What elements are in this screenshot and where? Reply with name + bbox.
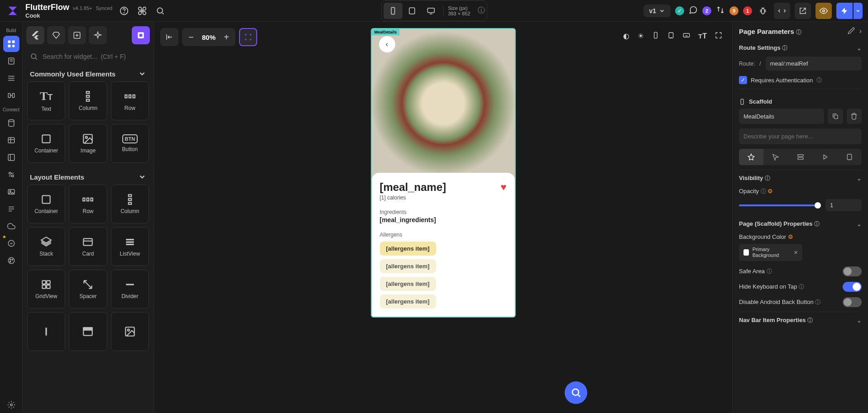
run-dropdown[interactable] — [854, 3, 863, 19]
device-save-icon[interactable] — [667, 32, 675, 41]
route-settings-header[interactable]: Route Settings ⓘ ⌄ — [739, 44, 862, 52]
resize-icon[interactable] — [715, 32, 722, 41]
keyboard-icon[interactable] — [683, 32, 690, 41]
heart-icon[interactable]: ♥ — [500, 181, 506, 193]
scaffold-name-input[interactable] — [739, 109, 824, 124]
warnings-badge[interactable]: 9 — [729, 6, 739, 15]
opacity-slider[interactable] — [739, 204, 821, 206]
layout-elements-header[interactable]: Layout Elements — [23, 167, 153, 185]
chat-icon[interactable] — [689, 5, 698, 16]
database-tab-icon[interactable] — [3, 115, 19, 131]
widgets-tab-icon[interactable] — [3, 36, 19, 52]
search-icon[interactable] — [154, 5, 167, 17]
text-size-icon[interactable]: ᴛT — [698, 32, 707, 41]
device-desktop-button[interactable] — [421, 3, 440, 19]
animations-tab[interactable] — [813, 149, 837, 165]
design-tab[interactable] — [739, 149, 763, 165]
color-value-chip[interactable]: Primary Background ✕ — [739, 244, 802, 261]
media-tab-icon[interactable] — [3, 184, 19, 200]
info-icon[interactable]: ⓘ — [796, 29, 801, 35]
visibility-header[interactable]: Visibility ⓘ ⌄ — [739, 175, 862, 182]
zoom-in-button[interactable]: + — [219, 30, 234, 44]
delete-button[interactable] — [847, 109, 862, 124]
back-button[interactable]: ‹ — [379, 36, 395, 52]
collapse-panel-button[interactable] — [160, 28, 178, 46]
storyboard-tab-icon[interactable] — [3, 87, 19, 104]
version-dropdown[interactable]: v1 — [643, 5, 671, 17]
cloud-functions-tab-icon[interactable] — [3, 218, 19, 234]
help-fab[interactable] — [565, 381, 587, 404]
size-info-icon[interactable]: ⓘ — [478, 6, 485, 15]
logo[interactable] — [5, 4, 20, 18]
widget-more-2[interactable] — [69, 312, 107, 351]
docs-tab[interactable] — [837, 149, 862, 165]
widget-card[interactable]: Card — [69, 227, 107, 266]
api-tab-icon[interactable] — [3, 166, 19, 183]
description-input[interactable] — [739, 128, 862, 144]
tests-tab-icon[interactable]: ★ — [3, 235, 19, 252]
nav-bar-properties-header[interactable]: Nav Bar Item Properties ⓘ ⌄ — [739, 317, 862, 324]
datatypes-tab-icon[interactable] — [3, 132, 19, 148]
preview-button[interactable] — [815, 3, 832, 19]
widget-column-layout[interactable]: Column — [111, 185, 149, 223]
command-icon[interactable] — [136, 5, 149, 17]
chevron-right-icon[interactable]: › — [859, 27, 862, 36]
widget-button[interactable]: BTNButton — [111, 124, 149, 163]
add-tab-button[interactable] — [68, 26, 86, 44]
check-status-icon[interactable]: ✓ — [675, 6, 684, 15]
widget-container-layout[interactable]: Container — [27, 185, 65, 223]
device-phone-button[interactable] — [383, 3, 402, 19]
widget-search-input[interactable] — [43, 53, 146, 60]
widget-image[interactable]: Image — [69, 124, 107, 163]
device-phone-icon[interactable] — [652, 32, 659, 41]
pages-tab-icon[interactable] — [3, 53, 19, 69]
safe-area-toggle[interactable] — [843, 266, 862, 276]
backend-tab[interactable] — [788, 149, 812, 165]
device-preview[interactable]: MealDetails ‹ [meal_name] ♥ [1] calories… — [371, 28, 516, 318]
swap-icon[interactable] — [716, 5, 725, 16]
open-external-button[interactable] — [795, 3, 811, 19]
sparkle-tab-button[interactable] — [89, 26, 107, 44]
zoom-out-button[interactable]: − — [184, 30, 198, 44]
widget-row-layout[interactable]: Row — [69, 185, 107, 223]
palette-icon[interactable]: ◐ — [623, 32, 629, 41]
selection-mode-button[interactable] — [239, 28, 257, 46]
settings-tab-icon[interactable] — [3, 397, 19, 413]
hide-keyboard-toggle[interactable] — [843, 282, 862, 292]
opacity-value[interactable]: 1 — [825, 199, 862, 211]
code-button[interactable] — [774, 3, 790, 19]
widget-more-1[interactable] — [27, 312, 65, 351]
close-icon[interactable]: ✕ — [794, 250, 798, 256]
widget-column[interactable]: Column — [69, 81, 107, 120]
errors-badge[interactable]: 1 — [743, 6, 752, 15]
widget-listview[interactable]: ListView — [111, 227, 149, 266]
scaffold-properties-header[interactable]: Page (Scaffold) Properties ⓘ ⌄ — [739, 220, 862, 228]
widget-more-3[interactable] — [111, 312, 149, 351]
widget-text[interactable]: TTText — [27, 81, 65, 120]
help-icon[interactable] — [118, 5, 130, 17]
device-tablet-button[interactable] — [402, 3, 421, 19]
actions-tab[interactable] — [763, 149, 788, 165]
insert-mode-button[interactable] — [132, 26, 150, 44]
info-icon[interactable]: ⓘ — [816, 76, 822, 84]
auth-checkbox[interactable]: ✓ — [739, 76, 747, 84]
brightness-icon[interactable]: ☀ — [638, 32, 644, 41]
widget-spacer[interactable]: Spacer — [69, 270, 107, 309]
tree-tab-icon[interactable] — [3, 70, 19, 86]
widget-gridview[interactable]: GridView — [27, 270, 65, 309]
appstate-tab-icon[interactable] — [3, 149, 19, 166]
widget-container[interactable]: Container — [27, 124, 65, 163]
widget-row[interactable]: Row — [111, 81, 149, 120]
copy-button[interactable] — [828, 109, 843, 124]
route-input[interactable] — [766, 57, 862, 71]
run-button[interactable] — [836, 3, 853, 19]
edit-icon[interactable] — [848, 27, 855, 36]
common-elements-header[interactable]: Commonly Used Elements — [23, 64, 153, 81]
flutter-tab-button[interactable] — [26, 26, 44, 44]
widget-divider[interactable]: Divider — [111, 270, 149, 309]
theme-tab-icon[interactable] — [3, 252, 19, 269]
custom-code-tab-icon[interactable] — [3, 201, 19, 217]
notification-badge[interactable]: 2 — [702, 6, 711, 15]
bug-icon[interactable] — [757, 5, 769, 17]
widget-stack[interactable]: Stack — [27, 227, 65, 266]
